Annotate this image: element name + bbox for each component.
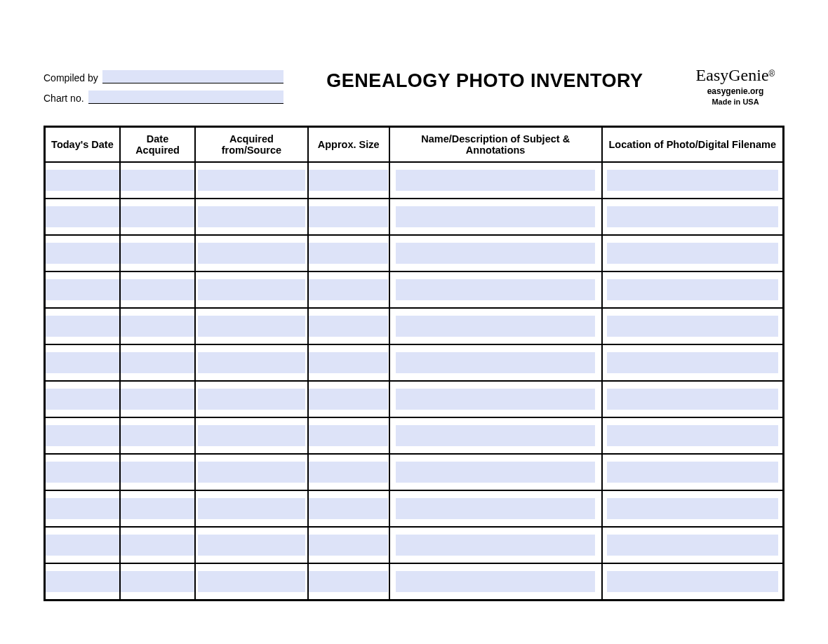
input-desc[interactable] bbox=[396, 571, 596, 592]
input-desc[interactable] bbox=[396, 170, 596, 191]
input-acquired[interactable] bbox=[121, 206, 194, 227]
input-size[interactable] bbox=[309, 535, 388, 556]
input-desc[interactable] bbox=[396, 462, 596, 483]
input-loc[interactable] bbox=[607, 316, 778, 337]
input-size[interactable] bbox=[309, 462, 388, 483]
input-desc[interactable] bbox=[396, 316, 596, 337]
compiled-by-input[interactable] bbox=[102, 70, 283, 83]
cell-desc bbox=[389, 344, 602, 381]
input-loc[interactable] bbox=[607, 462, 778, 483]
input-acquired[interactable] bbox=[121, 462, 194, 483]
cell-size bbox=[308, 527, 389, 563]
input-desc[interactable] bbox=[396, 535, 596, 556]
cell-date bbox=[45, 563, 120, 601]
input-size[interactable] bbox=[309, 316, 388, 337]
input-size[interactable] bbox=[309, 279, 388, 300]
input-acquired[interactable] bbox=[121, 170, 194, 191]
input-size[interactable] bbox=[309, 352, 388, 373]
input-source[interactable] bbox=[198, 498, 306, 519]
input-acquired[interactable] bbox=[121, 243, 194, 264]
cell-source bbox=[195, 381, 307, 417]
input-loc[interactable] bbox=[607, 425, 778, 446]
brand-made: Made in USA bbox=[686, 98, 784, 106]
input-source[interactable] bbox=[198, 389, 306, 410]
input-source[interactable] bbox=[198, 243, 306, 264]
input-acquired[interactable] bbox=[121, 425, 194, 446]
input-date[interactable] bbox=[46, 206, 119, 227]
input-loc[interactable] bbox=[607, 571, 778, 592]
input-date[interactable] bbox=[46, 170, 119, 191]
cell-loc bbox=[602, 417, 784, 454]
cell-desc bbox=[389, 490, 602, 527]
cell-acquired bbox=[120, 417, 195, 454]
cell-size bbox=[308, 162, 389, 199]
input-desc[interactable] bbox=[396, 352, 596, 373]
cell-loc bbox=[602, 344, 784, 381]
input-loc[interactable] bbox=[607, 243, 778, 264]
cell-acquired bbox=[120, 235, 195, 271]
input-source[interactable] bbox=[198, 425, 306, 446]
input-loc[interactable] bbox=[607, 535, 778, 556]
input-desc[interactable] bbox=[396, 425, 596, 446]
cell-source bbox=[195, 344, 307, 381]
input-size[interactable] bbox=[309, 498, 388, 519]
input-size[interactable] bbox=[309, 425, 388, 446]
input-source[interactable] bbox=[198, 206, 306, 227]
input-desc[interactable] bbox=[396, 498, 596, 519]
chart-no-input[interactable] bbox=[88, 90, 283, 104]
input-date[interactable] bbox=[46, 462, 119, 483]
input-acquired[interactable] bbox=[121, 389, 194, 410]
input-acquired[interactable] bbox=[121, 535, 194, 556]
input-date[interactable] bbox=[46, 571, 119, 592]
input-source[interactable] bbox=[198, 571, 306, 592]
cell-desc bbox=[389, 271, 602, 308]
input-date[interactable] bbox=[46, 535, 119, 556]
cell-size bbox=[308, 417, 389, 454]
input-loc[interactable] bbox=[607, 170, 778, 191]
input-acquired[interactable] bbox=[121, 352, 194, 373]
input-desc[interactable] bbox=[396, 243, 596, 264]
input-loc[interactable] bbox=[607, 279, 778, 300]
table-row bbox=[45, 344, 784, 381]
input-date[interactable] bbox=[46, 389, 119, 410]
input-date[interactable] bbox=[46, 279, 119, 300]
cell-source bbox=[195, 271, 307, 308]
brand-block: EasyGenie® easygenie.org Made in USA bbox=[686, 66, 784, 106]
input-acquired[interactable] bbox=[121, 498, 194, 519]
input-size[interactable] bbox=[309, 170, 388, 191]
input-date[interactable] bbox=[46, 498, 119, 519]
input-date[interactable] bbox=[46, 243, 119, 264]
cell-date bbox=[45, 344, 120, 381]
cell-acquired bbox=[120, 308, 195, 344]
cell-date bbox=[45, 527, 120, 563]
input-acquired[interactable] bbox=[121, 571, 194, 592]
input-desc[interactable] bbox=[396, 389, 596, 410]
input-size[interactable] bbox=[309, 243, 388, 264]
input-date[interactable] bbox=[46, 352, 119, 373]
input-source[interactable] bbox=[198, 352, 306, 373]
input-source[interactable] bbox=[198, 316, 306, 337]
input-acquired[interactable] bbox=[121, 316, 194, 337]
cell-acquired bbox=[120, 563, 195, 601]
input-loc[interactable] bbox=[607, 389, 778, 410]
input-date[interactable] bbox=[46, 316, 119, 337]
input-size[interactable] bbox=[309, 206, 388, 227]
cell-acquired bbox=[120, 162, 195, 199]
cell-size bbox=[308, 490, 389, 527]
input-desc[interactable] bbox=[396, 279, 596, 300]
header-fields: Compiled by Chart no. bbox=[44, 70, 283, 104]
input-size[interactable] bbox=[309, 571, 388, 592]
input-desc[interactable] bbox=[396, 206, 596, 227]
input-source[interactable] bbox=[198, 170, 306, 191]
input-size[interactable] bbox=[309, 389, 388, 410]
input-loc[interactable] bbox=[607, 498, 778, 519]
input-acquired[interactable] bbox=[121, 279, 194, 300]
input-source[interactable] bbox=[198, 279, 306, 300]
input-loc[interactable] bbox=[607, 352, 778, 373]
cell-source bbox=[195, 563, 307, 601]
input-source[interactable] bbox=[198, 462, 306, 483]
input-loc[interactable] bbox=[607, 206, 778, 227]
input-source[interactable] bbox=[198, 535, 306, 556]
table-row bbox=[45, 271, 784, 308]
input-date[interactable] bbox=[46, 425, 119, 446]
